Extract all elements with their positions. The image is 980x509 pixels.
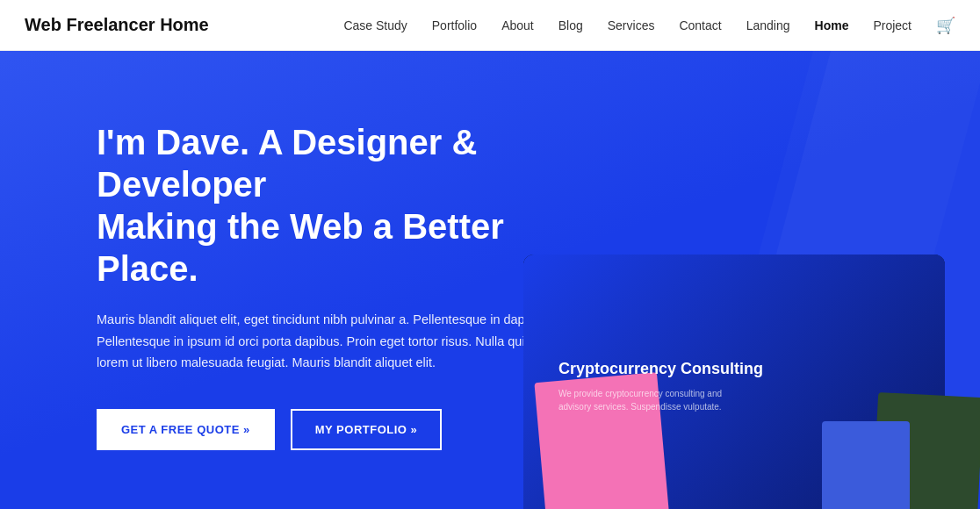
- hero-subtext: Mauris blandit aliquet elit, eget tincid…: [97, 309, 553, 374]
- nav-services[interactable]: Services: [608, 18, 655, 32]
- cart-icon[interactable]: 🛒: [936, 16, 955, 35]
- main-nav: Case Study Portfolio About Blog Services…: [343, 16, 955, 35]
- nav-project[interactable]: Project: [873, 18, 912, 32]
- nav-contact[interactable]: Contact: [679, 18, 721, 32]
- laptop-screen-heading: Cryptocurrency Consulting: [558, 359, 763, 379]
- hero-heading-line2: Making the Web a Better Place.: [97, 207, 504, 288]
- nav-portfolio[interactable]: Portfolio: [432, 18, 477, 32]
- nav-case-study[interactable]: Case Study: [343, 18, 407, 32]
- hero-section: I'm Dave. A Designer & Developer Making …: [0, 51, 980, 509]
- hero-heading-line1: I'm Dave. A Designer & Developer: [97, 123, 477, 204]
- card-blue-decoration: [822, 421, 910, 509]
- nav-about[interactable]: About: [501, 18, 534, 32]
- nav-home[interactable]: Home: [815, 18, 849, 32]
- site-title: Web Freelancer Home: [25, 15, 209, 35]
- laptop-screen-subtext: We provide cryptocurrency consulting and…: [558, 387, 734, 413]
- site-header: Web Freelancer Home Case Study Portfolio…: [0, 0, 980, 51]
- hero-visual: Cryptocurrency Consulting We provide cry…: [506, 167, 980, 509]
- get-quote-button[interactable]: GET A FREE QUOTE »: [97, 409, 275, 450]
- nav-blog[interactable]: Blog: [558, 18, 583, 32]
- nav-landing[interactable]: Landing: [746, 18, 790, 32]
- portfolio-button[interactable]: MY PORTFOLIO »: [291, 409, 443, 450]
